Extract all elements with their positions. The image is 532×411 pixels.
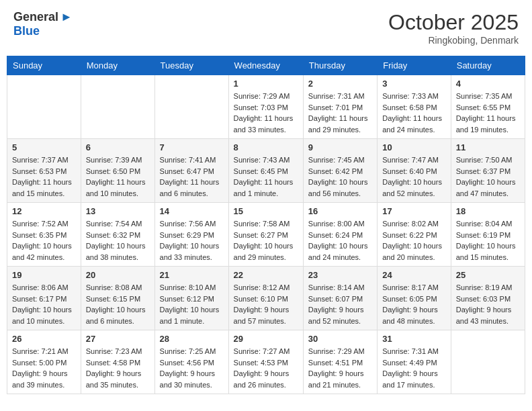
day-number: 8 — [234, 142, 298, 152]
day-number: 24 — [382, 270, 446, 280]
calendar-cell — [7, 75, 81, 139]
day-number: 17 — [382, 206, 446, 216]
day-number: 31 — [382, 334, 446, 344]
calendar-cell: 7Sunrise: 7:41 AMSunset: 6:47 PMDaylight… — [154, 139, 228, 203]
day-info: Sunrise: 8:04 AMSunset: 6:19 PMDaylight:… — [456, 218, 520, 263]
calendar-cell: 20Sunrise: 8:08 AMSunset: 6:15 PMDayligh… — [81, 267, 154, 330]
calendar-cell: 21Sunrise: 8:10 AMSunset: 6:12 PMDayligh… — [154, 267, 228, 330]
day-info: Sunrise: 7:43 AMSunset: 6:45 PMDaylight:… — [234, 154, 298, 199]
calendar-cell: 28Sunrise: 7:25 AMSunset: 4:56 PMDayligh… — [154, 330, 228, 394]
day-number: 13 — [86, 206, 150, 216]
calendar-cell: 14Sunrise: 7:56 AMSunset: 6:29 PMDayligh… — [154, 203, 228, 267]
calendar-cell: 4Sunrise: 7:35 AMSunset: 6:55 PMDaylight… — [451, 75, 525, 139]
title-section: October 2025 Ringkobing, Denmark — [388, 10, 519, 46]
day-number: 5 — [12, 142, 76, 152]
calendar-cell: 5Sunrise: 7:37 AMSunset: 6:53 PMDaylight… — [7, 139, 81, 203]
day-number: 29 — [234, 334, 298, 344]
day-number: 16 — [308, 206, 372, 216]
location: Ringkobing, Denmark — [388, 35, 519, 46]
calendar-header-row: SundayMondayTuesdayWednesdayThursdayFrid… — [7, 56, 525, 75]
calendar-week-row: 12Sunrise: 7:52 AMSunset: 6:35 PMDayligh… — [7, 203, 525, 267]
day-info: Sunrise: 7:56 AMSunset: 6:29 PMDaylight:… — [160, 218, 224, 263]
day-info: Sunrise: 7:37 AMSunset: 6:53 PMDaylight:… — [12, 154, 76, 199]
day-info: Sunrise: 7:33 AMSunset: 6:58 PMDaylight:… — [382, 91, 446, 135]
day-of-week-header: Sunday — [7, 56, 81, 75]
calendar-cell: 6Sunrise: 7:39 AMSunset: 6:50 PMDaylight… — [81, 139, 154, 203]
calendar-cell: 17Sunrise: 8:02 AMSunset: 6:22 PMDayligh… — [378, 203, 451, 267]
logo-blue: Blue — [13, 24, 40, 38]
day-info: Sunrise: 7:35 AMSunset: 6:55 PMDaylight:… — [456, 91, 520, 135]
day-number: 7 — [160, 142, 224, 152]
calendar-cell: 13Sunrise: 7:54 AMSunset: 6:32 PMDayligh… — [81, 203, 154, 267]
day-number: 23 — [308, 270, 372, 280]
day-number: 27 — [86, 334, 150, 344]
calendar-cell — [451, 330, 525, 394]
calendar-cell: 1Sunrise: 7:29 AMSunset: 7:03 PMDaylight… — [228, 75, 303, 139]
calendar-cell: 12Sunrise: 7:52 AMSunset: 6:35 PMDayligh… — [7, 203, 81, 267]
calendar-cell: 2Sunrise: 7:31 AMSunset: 7:01 PMDaylight… — [303, 75, 377, 139]
day-info: Sunrise: 7:29 AMSunset: 4:51 PMDaylight:… — [308, 346, 372, 390]
logo-general: General — [13, 10, 58, 24]
day-number: 4 — [456, 79, 520, 89]
day-info: Sunrise: 8:19 AMSunset: 6:03 PMDaylight:… — [456, 282, 520, 326]
calendar: SundayMondayTuesdayWednesdayThursdayFrid… — [7, 56, 525, 394]
day-number: 12 — [12, 206, 76, 216]
day-info: Sunrise: 7:47 AMSunset: 6:40 PMDaylight:… — [382, 154, 446, 199]
calendar-cell: 19Sunrise: 8:06 AMSunset: 6:17 PMDayligh… — [7, 267, 81, 330]
day-of-week-header: Wednesday — [228, 56, 303, 75]
day-number: 30 — [308, 334, 372, 344]
day-number: 9 — [308, 142, 372, 152]
day-of-week-header: Tuesday — [154, 56, 228, 75]
calendar-cell — [154, 75, 228, 139]
day-info: Sunrise: 7:31 AMSunset: 4:49 PMDaylight:… — [382, 346, 446, 390]
calendar-cell: 16Sunrise: 8:00 AMSunset: 6:24 PMDayligh… — [303, 203, 377, 267]
day-info: Sunrise: 7:21 AMSunset: 5:00 PMDaylight:… — [12, 346, 76, 390]
calendar-cell: 3Sunrise: 7:33 AMSunset: 6:58 PMDaylight… — [378, 75, 451, 139]
calendar-week-row: 5Sunrise: 7:37 AMSunset: 6:53 PMDaylight… — [7, 139, 525, 203]
day-number: 25 — [456, 270, 520, 280]
day-info: Sunrise: 7:58 AMSunset: 6:27 PMDaylight:… — [234, 218, 298, 263]
calendar-week-row: 19Sunrise: 8:06 AMSunset: 6:17 PMDayligh… — [7, 267, 525, 330]
day-number: 10 — [382, 142, 446, 152]
calendar-cell: 24Sunrise: 8:17 AMSunset: 6:05 PMDayligh… — [378, 267, 451, 330]
day-number: 14 — [160, 206, 224, 216]
calendar-cell: 15Sunrise: 7:58 AMSunset: 6:27 PMDayligh… — [228, 203, 303, 267]
calendar-cell: 30Sunrise: 7:29 AMSunset: 4:51 PMDayligh… — [303, 330, 377, 394]
day-number: 22 — [234, 270, 298, 280]
day-info: Sunrise: 7:31 AMSunset: 7:01 PMDaylight:… — [308, 91, 372, 135]
day-info: Sunrise: 7:52 AMSunset: 6:35 PMDaylight:… — [12, 218, 76, 263]
day-info: Sunrise: 8:08 AMSunset: 6:15 PMDaylight:… — [86, 282, 150, 326]
calendar-week-row: 26Sunrise: 7:21 AMSunset: 5:00 PMDayligh… — [7, 330, 525, 394]
day-info: Sunrise: 7:45 AMSunset: 6:42 PMDaylight:… — [308, 154, 372, 199]
day-info: Sunrise: 8:00 AMSunset: 6:24 PMDaylight:… — [308, 218, 372, 263]
logo: General ► Blue — [13, 10, 73, 38]
day-number: 11 — [456, 142, 520, 152]
day-number: 28 — [160, 334, 224, 344]
day-number: 21 — [160, 270, 224, 280]
day-info: Sunrise: 8:17 AMSunset: 6:05 PMDaylight:… — [382, 282, 446, 326]
calendar-cell: 9Sunrise: 7:45 AMSunset: 6:42 PMDaylight… — [303, 139, 377, 203]
day-info: Sunrise: 7:39 AMSunset: 6:50 PMDaylight:… — [86, 154, 150, 199]
day-info: Sunrise: 7:29 AMSunset: 7:03 PMDaylight:… — [234, 91, 298, 135]
day-number: 2 — [308, 79, 372, 89]
calendar-week-row: 1Sunrise: 7:29 AMSunset: 7:03 PMDaylight… — [7, 75, 525, 139]
calendar-cell: 25Sunrise: 8:19 AMSunset: 6:03 PMDayligh… — [451, 267, 525, 330]
day-info: Sunrise: 8:10 AMSunset: 6:12 PMDaylight:… — [160, 282, 224, 326]
day-info: Sunrise: 7:25 AMSunset: 4:56 PMDaylight:… — [160, 346, 224, 390]
day-of-week-header: Thursday — [303, 56, 377, 75]
day-info: Sunrise: 8:12 AMSunset: 6:10 PMDaylight:… — [234, 282, 298, 326]
logo-arrow-icon: ► — [60, 10, 73, 24]
calendar-cell: 18Sunrise: 8:04 AMSunset: 6:19 PMDayligh… — [451, 203, 525, 267]
calendar-cell — [81, 75, 154, 139]
calendar-cell: 11Sunrise: 7:50 AMSunset: 6:37 PMDayligh… — [451, 139, 525, 203]
day-number: 6 — [86, 142, 150, 152]
day-info: Sunrise: 8:06 AMSunset: 6:17 PMDaylight:… — [12, 282, 76, 326]
day-of-week-header: Saturday — [451, 56, 525, 75]
day-number: 26 — [12, 334, 76, 344]
day-number: 20 — [86, 270, 150, 280]
day-info: Sunrise: 8:14 AMSunset: 6:07 PMDaylight:… — [308, 282, 372, 326]
day-number: 19 — [12, 270, 76, 280]
day-of-week-header: Monday — [81, 56, 154, 75]
calendar-cell: 10Sunrise: 7:47 AMSunset: 6:40 PMDayligh… — [378, 139, 451, 203]
day-info: Sunrise: 7:50 AMSunset: 6:37 PMDaylight:… — [456, 154, 520, 199]
